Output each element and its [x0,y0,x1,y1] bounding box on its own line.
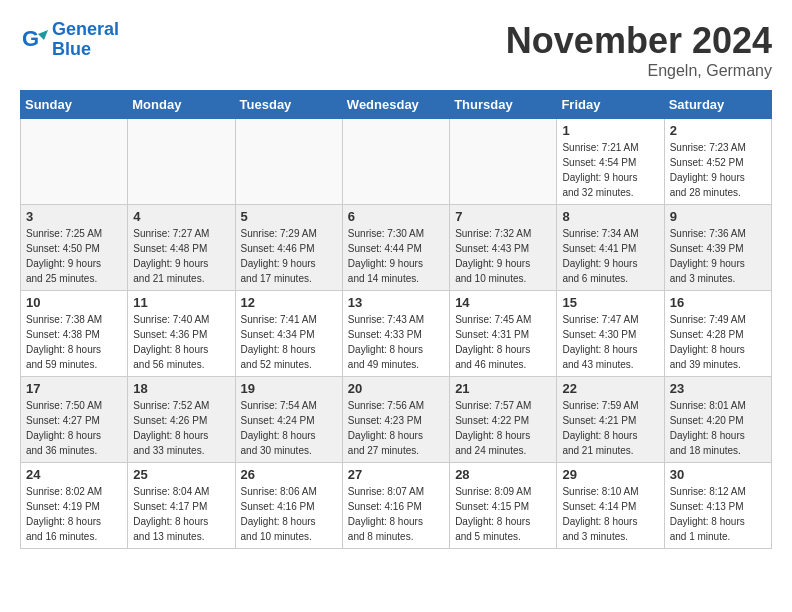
day-info: Sunrise: 7:25 AM Sunset: 4:50 PM Dayligh… [26,226,122,286]
weekday-header-friday: Friday [557,91,664,119]
day-number: 13 [348,295,444,310]
day-info: Sunrise: 7:23 AM Sunset: 4:52 PM Dayligh… [670,140,766,200]
day-number: 16 [670,295,766,310]
day-number: 20 [348,381,444,396]
calendar-cell: 12Sunrise: 7:41 AM Sunset: 4:34 PM Dayli… [235,291,342,377]
calendar-cell: 13Sunrise: 7:43 AM Sunset: 4:33 PM Dayli… [342,291,449,377]
calendar-cell: 8Sunrise: 7:34 AM Sunset: 4:41 PM Daylig… [557,205,664,291]
day-info: Sunrise: 7:47 AM Sunset: 4:30 PM Dayligh… [562,312,658,372]
svg-text:G: G [22,26,39,51]
day-number: 5 [241,209,337,224]
day-number: 18 [133,381,229,396]
logo-icon: G [20,26,48,54]
logo: G General Blue [20,20,119,60]
calendar-cell [128,119,235,205]
day-info: Sunrise: 7:57 AM Sunset: 4:22 PM Dayligh… [455,398,551,458]
day-number: 17 [26,381,122,396]
day-info: Sunrise: 7:52 AM Sunset: 4:26 PM Dayligh… [133,398,229,458]
day-info: Sunrise: 7:59 AM Sunset: 4:21 PM Dayligh… [562,398,658,458]
calendar-cell: 7Sunrise: 7:32 AM Sunset: 4:43 PM Daylig… [450,205,557,291]
day-number: 3 [26,209,122,224]
calendar-cell: 20Sunrise: 7:56 AM Sunset: 4:23 PM Dayli… [342,377,449,463]
weekday-header-thursday: Thursday [450,91,557,119]
calendar-cell: 14Sunrise: 7:45 AM Sunset: 4:31 PM Dayli… [450,291,557,377]
calendar-cell: 25Sunrise: 8:04 AM Sunset: 4:17 PM Dayli… [128,463,235,549]
day-info: Sunrise: 7:43 AM Sunset: 4:33 PM Dayligh… [348,312,444,372]
day-number: 22 [562,381,658,396]
day-number: 10 [26,295,122,310]
day-info: Sunrise: 8:09 AM Sunset: 4:15 PM Dayligh… [455,484,551,544]
day-info: Sunrise: 7:38 AM Sunset: 4:38 PM Dayligh… [26,312,122,372]
calendar-cell: 21Sunrise: 7:57 AM Sunset: 4:22 PM Dayli… [450,377,557,463]
day-number: 15 [562,295,658,310]
svg-marker-1 [38,30,48,40]
day-info: Sunrise: 8:12 AM Sunset: 4:13 PM Dayligh… [670,484,766,544]
logo-line1: General [52,19,119,39]
day-number: 30 [670,467,766,482]
day-info: Sunrise: 7:36 AM Sunset: 4:39 PM Dayligh… [670,226,766,286]
location: Engeln, Germany [506,62,772,80]
day-number: 12 [241,295,337,310]
calendar-body: 1Sunrise: 7:21 AM Sunset: 4:54 PM Daylig… [21,119,772,549]
day-info: Sunrise: 8:07 AM Sunset: 4:16 PM Dayligh… [348,484,444,544]
calendar-cell [342,119,449,205]
day-number: 6 [348,209,444,224]
day-number: 1 [562,123,658,138]
calendar-week-5: 24Sunrise: 8:02 AM Sunset: 4:19 PM Dayli… [21,463,772,549]
day-info: Sunrise: 7:40 AM Sunset: 4:36 PM Dayligh… [133,312,229,372]
calendar-cell: 10Sunrise: 7:38 AM Sunset: 4:38 PM Dayli… [21,291,128,377]
calendar-cell: 29Sunrise: 8:10 AM Sunset: 4:14 PM Dayli… [557,463,664,549]
day-number: 28 [455,467,551,482]
day-info: Sunrise: 7:41 AM Sunset: 4:34 PM Dayligh… [241,312,337,372]
day-number: 21 [455,381,551,396]
day-number: 25 [133,467,229,482]
day-info: Sunrise: 7:32 AM Sunset: 4:43 PM Dayligh… [455,226,551,286]
logo-text: General Blue [52,20,119,60]
calendar-cell: 19Sunrise: 7:54 AM Sunset: 4:24 PM Dayli… [235,377,342,463]
calendar-cell: 18Sunrise: 7:52 AM Sunset: 4:26 PM Dayli… [128,377,235,463]
day-info: Sunrise: 8:04 AM Sunset: 4:17 PM Dayligh… [133,484,229,544]
calendar-cell [21,119,128,205]
day-info: Sunrise: 7:49 AM Sunset: 4:28 PM Dayligh… [670,312,766,372]
calendar-week-3: 10Sunrise: 7:38 AM Sunset: 4:38 PM Dayli… [21,291,772,377]
day-number: 26 [241,467,337,482]
calendar-cell: 9Sunrise: 7:36 AM Sunset: 4:39 PM Daylig… [664,205,771,291]
day-number: 14 [455,295,551,310]
day-number: 8 [562,209,658,224]
calendar-week-4: 17Sunrise: 7:50 AM Sunset: 4:27 PM Dayli… [21,377,772,463]
calendar-cell: 4Sunrise: 7:27 AM Sunset: 4:48 PM Daylig… [128,205,235,291]
day-info: Sunrise: 7:54 AM Sunset: 4:24 PM Dayligh… [241,398,337,458]
weekday-header-sunday: Sunday [21,91,128,119]
calendar-cell: 24Sunrise: 8:02 AM Sunset: 4:19 PM Dayli… [21,463,128,549]
day-number: 23 [670,381,766,396]
day-number: 19 [241,381,337,396]
calendar-cell: 26Sunrise: 8:06 AM Sunset: 4:16 PM Dayli… [235,463,342,549]
day-number: 11 [133,295,229,310]
calendar-cell: 15Sunrise: 7:47 AM Sunset: 4:30 PM Dayli… [557,291,664,377]
page-header: G General Blue November 2024 Engeln, Ger… [20,20,772,80]
day-number: 9 [670,209,766,224]
day-number: 27 [348,467,444,482]
calendar-cell: 28Sunrise: 8:09 AM Sunset: 4:15 PM Dayli… [450,463,557,549]
day-info: Sunrise: 7:27 AM Sunset: 4:48 PM Dayligh… [133,226,229,286]
day-info: Sunrise: 8:06 AM Sunset: 4:16 PM Dayligh… [241,484,337,544]
calendar-cell: 22Sunrise: 7:59 AM Sunset: 4:21 PM Dayli… [557,377,664,463]
day-info: Sunrise: 7:30 AM Sunset: 4:44 PM Dayligh… [348,226,444,286]
calendar-cell [450,119,557,205]
month-title: November 2024 [506,20,772,62]
day-info: Sunrise: 7:29 AM Sunset: 4:46 PM Dayligh… [241,226,337,286]
calendar-table: SundayMondayTuesdayWednesdayThursdayFrid… [20,90,772,549]
day-info: Sunrise: 8:01 AM Sunset: 4:20 PM Dayligh… [670,398,766,458]
day-info: Sunrise: 8:10 AM Sunset: 4:14 PM Dayligh… [562,484,658,544]
logo-line2: Blue [52,39,91,59]
calendar-cell [235,119,342,205]
calendar-week-2: 3Sunrise: 7:25 AM Sunset: 4:50 PM Daylig… [21,205,772,291]
day-number: 4 [133,209,229,224]
weekday-header-saturday: Saturday [664,91,771,119]
day-number: 29 [562,467,658,482]
day-number: 2 [670,123,766,138]
day-number: 24 [26,467,122,482]
calendar-header-row: SundayMondayTuesdayWednesdayThursdayFrid… [21,91,772,119]
calendar-cell: 5Sunrise: 7:29 AM Sunset: 4:46 PM Daylig… [235,205,342,291]
day-number: 7 [455,209,551,224]
